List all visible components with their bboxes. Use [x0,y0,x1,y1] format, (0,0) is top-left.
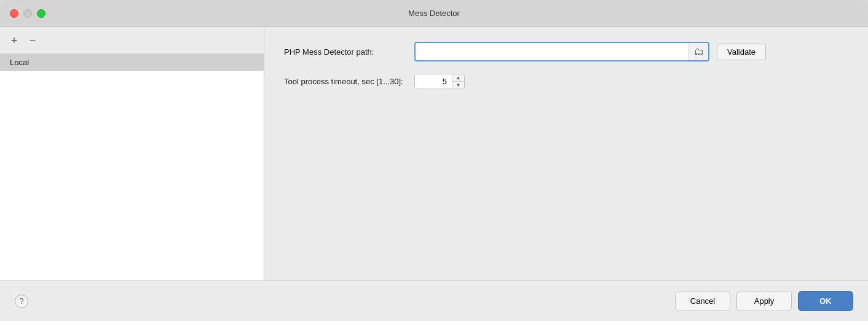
path-row: PHP Mess Detector path: 🗂 Validate [284,42,848,61]
timeout-row: Tool process timeout, sec [1...30]: ▲ ▼ [284,74,848,89]
window-title: Mess Detector [408,9,460,18]
right-panel: PHP Mess Detector path: 🗂 Validate Tool … [264,27,868,280]
add-button[interactable]: + [7,34,21,47]
spinner-up-button[interactable]: ▲ [452,74,464,82]
ok-button[interactable]: OK [798,291,853,311]
list-item[interactable]: Local [0,54,264,71]
maximize-button[interactable] [37,9,45,18]
left-panel: + − Local [0,27,264,280]
path-input-container: 🗂 [414,42,709,61]
left-toolbar: + − [0,27,264,54]
browse-button[interactable]: 🗂 [688,43,708,60]
spinner-up-icon: ▲ [456,75,461,81]
help-button[interactable]: ? [15,295,28,308]
remove-button[interactable]: − [26,34,39,47]
content-area: + − Local PHP Mess Detector path: 🗂 Vali… [0,27,868,280]
spinner-down-button[interactable]: ▼ [452,82,464,89]
interpreter-list: Local [0,54,264,280]
timeout-label: Tool process timeout, sec [1...30]: [284,77,407,86]
traffic-lights [10,9,45,18]
app-window: Mess Detector + − Local PHP Mess Detecto… [0,0,868,321]
cancel-button[interactable]: Cancel [675,291,730,311]
timeout-input-container: ▲ ▼ [414,74,465,89]
close-button[interactable] [10,9,18,18]
spinner-controls: ▲ ▼ [452,74,464,89]
bottom-bar: ? Cancel Apply OK [0,280,868,321]
validate-button[interactable]: Validate [717,44,766,60]
timeout-input[interactable] [415,74,452,89]
minimize-button[interactable] [23,9,32,18]
spinner-down-icon: ▼ [456,82,461,88]
path-input[interactable] [416,44,688,60]
titlebar: Mess Detector [0,0,868,27]
action-buttons: Cancel Apply OK [675,291,853,311]
path-label: PHP Mess Detector path: [284,47,407,57]
apply-button[interactable]: Apply [736,291,792,311]
browse-icon: 🗂 [694,46,704,57]
